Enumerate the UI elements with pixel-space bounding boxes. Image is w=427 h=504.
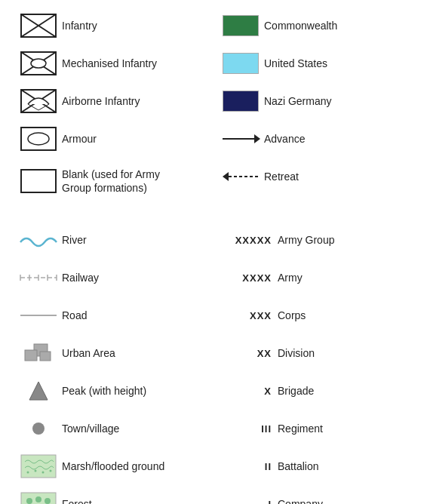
retreat-symbol xyxy=(217,169,264,184)
svg-point-31 xyxy=(27,472,29,474)
army-unit-label: XXXX xyxy=(242,272,272,284)
town-symbol xyxy=(15,423,62,435)
road-symbol xyxy=(15,309,62,321)
advance-symbol xyxy=(217,131,264,146)
army-group-item: XXXXX Army Group xyxy=(217,225,412,255)
advance-item: Advance xyxy=(217,124,412,154)
road-item: Road xyxy=(15,300,210,330)
infantry-symbol xyxy=(15,14,62,38)
advance-label: Advance xyxy=(264,132,305,146)
railway-symbol xyxy=(15,272,62,284)
airborne-infantry-symbol xyxy=(15,89,62,113)
armour-icon xyxy=(20,127,57,151)
company-symbol: I xyxy=(217,499,278,505)
railway-icon xyxy=(19,272,58,284)
army-group-label: Army Group xyxy=(278,233,334,247)
river-item: River xyxy=(15,225,210,255)
airborne-infantry-icon xyxy=(20,89,57,113)
us-item: United States xyxy=(217,48,412,78)
retreat-label: Retreat xyxy=(264,170,299,183)
svg-point-38 xyxy=(45,498,51,504)
brigade-item: X Brigade xyxy=(217,376,412,406)
urban-icon xyxy=(20,341,57,365)
company-item: I Company xyxy=(217,489,412,504)
division-item: XX Division xyxy=(217,338,412,368)
blank-label: Blank (used for Army Group formations) xyxy=(62,167,160,195)
airborne-infantry-item: Airborne Infantry xyxy=(15,86,210,116)
airborne-infantry-label: Airborne Infantry xyxy=(62,94,140,108)
division-symbol: XX xyxy=(217,348,278,359)
commonwealth-label: Commonwealth xyxy=(264,19,337,32)
commonwealth-item: Commonwealth xyxy=(217,11,412,41)
svg-marker-29 xyxy=(29,382,48,400)
brigade-label: Brigade xyxy=(278,384,314,398)
regiment-label: Regiment xyxy=(278,422,323,435)
corps-label: Corps xyxy=(278,309,306,322)
company-unit-label: I xyxy=(268,499,272,505)
forest-item: Forest xyxy=(15,489,210,504)
battalion-symbol: II xyxy=(217,461,278,472)
advance-icon xyxy=(221,131,260,146)
army-group-unit-label: XXXXX xyxy=(235,235,272,246)
company-label: Company xyxy=(278,497,323,504)
battalion-unit-label: II xyxy=(265,461,272,472)
urban-label: Urban Area xyxy=(62,346,115,360)
forest-icon xyxy=(20,492,57,504)
svg-point-34 xyxy=(50,470,52,472)
urban-item: Urban Area xyxy=(15,338,210,368)
army-item: XXXX Army xyxy=(217,263,412,293)
division-unit-label: XX xyxy=(257,348,272,359)
us-label: United States xyxy=(264,57,327,70)
river-symbol xyxy=(15,232,62,248)
corps-unit-label: XXX xyxy=(250,310,272,321)
nazi-item: Nazi Germany xyxy=(217,86,412,116)
battalion-label: Battalion xyxy=(278,459,318,473)
svg-point-37 xyxy=(35,496,41,502)
blank-icon xyxy=(20,169,57,193)
us-symbol xyxy=(217,53,264,74)
army-label: Army xyxy=(278,271,303,284)
nazi-label: Nazi Germany xyxy=(264,94,331,108)
infantry-icon xyxy=(20,14,57,38)
marsh-icon xyxy=(20,454,57,478)
commonwealth-symbol xyxy=(217,15,264,36)
brigade-unit-label: X xyxy=(264,386,272,397)
peak-symbol xyxy=(15,380,62,401)
nazi-symbol xyxy=(217,91,264,112)
town-item: Town/village xyxy=(15,413,210,444)
mech-infantry-label: Mechanised Infantry xyxy=(62,57,157,70)
battalion-item: II Battalion xyxy=(217,451,412,481)
us-color xyxy=(223,53,259,74)
regiment-symbol: III xyxy=(217,423,278,435)
armour-label: Armour xyxy=(62,132,97,146)
blank-symbol xyxy=(15,169,62,193)
retreat-item: Retreat xyxy=(217,161,412,192)
forest-label: Forest xyxy=(62,497,92,504)
army-symbol: XXXX xyxy=(217,272,278,284)
svg-rect-27 xyxy=(25,350,37,361)
peak-label: Peak (with height) xyxy=(62,384,146,398)
regiment-unit-label: III xyxy=(261,423,272,435)
army-group-symbol: XXXXX xyxy=(217,235,278,246)
section-divider xyxy=(15,208,412,225)
forest-symbol xyxy=(15,492,62,504)
retreat-icon xyxy=(221,169,260,184)
svg-marker-18 xyxy=(223,172,229,181)
regiment-item: III Regiment xyxy=(217,413,412,444)
armour-item: Armour xyxy=(15,124,210,154)
road-label: Road xyxy=(62,309,87,322)
corps-symbol: XXX xyxy=(217,310,278,321)
infantry-label: Infantry xyxy=(62,19,97,32)
commonwealth-color xyxy=(223,15,259,36)
svg-rect-28 xyxy=(40,352,51,361)
blank-item: Blank (used for Army Group formations) xyxy=(15,161,210,201)
svg-point-6 xyxy=(31,59,46,68)
river-label: River xyxy=(62,233,87,247)
marsh-item: Marsh/flooded ground xyxy=(15,451,210,481)
svg-point-32 xyxy=(35,470,37,472)
mech-infantry-symbol xyxy=(15,51,62,75)
corps-item: XXX Corps xyxy=(217,300,412,330)
town-label: Town/village xyxy=(62,422,119,435)
marsh-label: Marsh/flooded ground xyxy=(62,459,164,473)
svg-rect-14 xyxy=(21,170,56,192)
